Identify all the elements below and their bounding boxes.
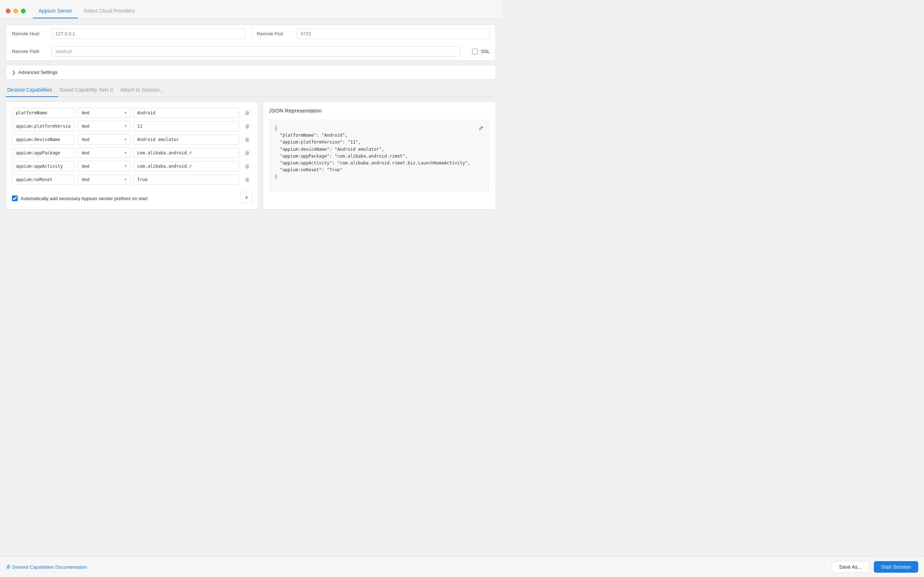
capability-row-5: text ▾ 🗑: [12, 174, 252, 185]
json-content-block: { "platformName": "Android", "appium:pla…: [269, 119, 490, 192]
delete-btn-2[interactable]: 🗑: [242, 134, 252, 145]
remote-port-label: Remote Port: [257, 31, 297, 36]
cap-type-4[interactable]: text ▾: [78, 161, 130, 171]
path-ssl-row: Remote Path SSL: [6, 43, 496, 60]
json-edit-button[interactable]: [476, 123, 486, 133]
edit-icon: [478, 126, 484, 131]
capability-row-2: text ▾ 🗑: [12, 134, 252, 145]
cap-type-3[interactable]: text ▾: [78, 148, 130, 158]
auto-prefix-checkbox[interactable]: [12, 195, 18, 201]
delete-btn-1[interactable]: 🗑: [242, 121, 252, 131]
capability-row-0: text ▾ 🗑: [12, 108, 252, 118]
cap-type-0[interactable]: text ▾: [78, 108, 130, 118]
delete-btn-3[interactable]: 🗑: [242, 148, 252, 158]
add-capability-button[interactable]: +: [241, 192, 252, 203]
chevron-down-icon-2: ▾: [124, 137, 126, 141]
json-panel: JSON Representation { "platformName": "A…: [263, 102, 496, 210]
advanced-settings-label: Advanced Settings: [18, 69, 57, 75]
chevron-down-icon-3: ▾: [124, 151, 126, 155]
remote-host-col: Remote Host: [6, 25, 251, 43]
chevron-down-icon-4: ▾: [124, 164, 126, 168]
cap-name-4[interactable]: [12, 161, 75, 171]
chevron-down-icon-0: ▾: [124, 111, 126, 115]
cap-value-0[interactable]: [133, 108, 239, 118]
remote-host-input[interactable]: [52, 29, 245, 39]
cap-value-1[interactable]: [133, 121, 239, 131]
capability-row-3: text ▾ 🗑: [12, 148, 252, 158]
tab-attach-to-session[interactable]: Attach to Session...: [119, 84, 170, 97]
delete-btn-4[interactable]: 🗑: [242, 161, 252, 171]
cap-name-0[interactable]: [12, 108, 75, 118]
capability-row-4: text ▾ 🗑: [12, 161, 252, 171]
tab-saved-capability-sets[interactable]: Saved Capability Sets 0: [58, 84, 119, 97]
ssl-checkbox[interactable]: [472, 49, 478, 55]
content-area: text ▾ 🗑 text ▾ 🗑 text: [6, 102, 496, 210]
cap-name-5[interactable]: [12, 174, 75, 185]
nav-tabs: Appium Server Select Cloud Providers: [33, 3, 141, 18]
cap-type-1[interactable]: text ▾: [78, 121, 130, 131]
remote-host-label: Remote Host: [12, 31, 52, 36]
cap-value-2[interactable]: [133, 134, 239, 145]
chevron-right-icon: ❯: [12, 70, 16, 75]
json-text: { "platformName": "Android", "appium:pla…: [275, 125, 484, 181]
remote-port-input[interactable]: [297, 29, 490, 39]
remote-port-col: Remote Port: [251, 25, 496, 43]
cap-value-4[interactable]: [133, 161, 239, 171]
main-content: Remote Host Remote Port Remote Path SSL …: [0, 19, 502, 215]
host-port-row: Remote Host Remote Port: [6, 25, 496, 43]
minimize-button[interactable]: [13, 9, 18, 13]
remote-path-label: Remote Path: [12, 49, 52, 54]
capabilities-panel: text ▾ 🗑 text ▾ 🗑 text: [6, 102, 258, 210]
close-button[interactable]: [6, 9, 10, 13]
delete-btn-5[interactable]: 🗑: [242, 174, 252, 185]
capability-tabs: Desired Capabilities Saved Capability Se…: [6, 84, 496, 97]
delete-btn-0[interactable]: 🗑: [242, 108, 252, 118]
advanced-settings-row[interactable]: ❯ Advanced Settings: [6, 65, 496, 80]
capability-row-1: text ▾ 🗑: [12, 121, 252, 131]
auto-prefix-label: Automatically add necessary Appium vendo…: [21, 196, 148, 201]
tab-cloud-providers[interactable]: Select Cloud Providers: [78, 3, 141, 18]
tab-appium-server[interactable]: Appium Server: [33, 3, 78, 18]
traffic-lights: [6, 9, 26, 13]
chevron-down-icon-5: ▾: [124, 177, 126, 181]
cap-value-5[interactable]: [133, 174, 239, 185]
ssl-label: SSL: [481, 49, 490, 54]
remote-path-col: Remote Path: [6, 43, 466, 60]
json-title: JSON Representation: [269, 108, 490, 114]
cap-type-2[interactable]: text ▾: [78, 134, 130, 145]
cap-value-3[interactable]: [133, 148, 239, 158]
server-config-panel: Remote Host Remote Port Remote Path SSL: [6, 24, 496, 61]
cap-name-2[interactable]: [12, 134, 75, 145]
tab-desired-capabilities[interactable]: Desired Capabilities: [6, 84, 58, 97]
maximize-button[interactable]: [21, 9, 26, 13]
remote-path-input[interactable]: [52, 46, 460, 56]
auto-prefix-row: Automatically add necessary Appium vendo…: [12, 195, 148, 201]
cap-name-3[interactable]: [12, 148, 75, 158]
ssl-row: SSL: [466, 43, 496, 60]
cap-type-5[interactable]: text ▾: [78, 174, 130, 185]
chevron-down-icon-1: ▾: [124, 124, 126, 128]
title-bar: Appium Server Select Cloud Providers: [0, 0, 502, 19]
cap-name-1[interactable]: [12, 121, 75, 131]
